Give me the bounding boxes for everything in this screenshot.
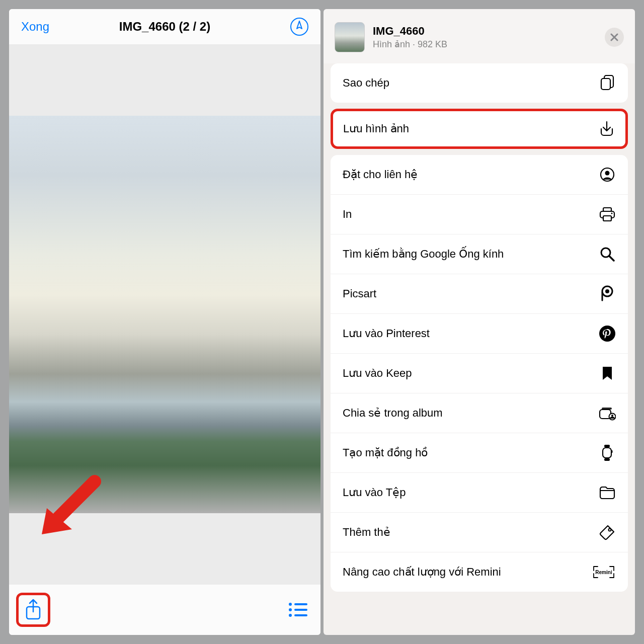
svg-point-3	[289, 608, 292, 611]
contact-icon	[599, 166, 616, 183]
copy-icon	[599, 74, 616, 92]
action-label: Tìm kiếm bằng Google Ống kính	[343, 248, 504, 261]
preview-title: IMG_4660 (2 / 2)	[9, 20, 320, 34]
share-sheet-pane: IMG_4660 Hình ảnh · 982 KB Sao chép Lưu …	[324, 9, 635, 635]
action-shared-album[interactable]: Chia sẻ trong album	[331, 393, 628, 433]
svg-point-16	[605, 289, 609, 293]
svg-point-1	[289, 603, 292, 606]
action-label: Chia sẻ trong album	[343, 407, 443, 420]
svg-rect-23	[604, 445, 610, 447]
close-button[interactable]	[605, 28, 624, 47]
svg-rect-7	[601, 78, 610, 90]
action-label: Lưu hình ảnh	[343, 122, 409, 135]
file-thumbnail	[335, 22, 365, 52]
bookmark-icon	[599, 365, 616, 382]
remini-icon: Remini	[592, 564, 616, 581]
action-assign-contact[interactable]: Đặt cho liên hệ	[331, 155, 628, 194]
file-meta: Hình ảnh · 982 KB	[373, 39, 447, 50]
action-label: Picsart	[343, 287, 376, 300]
download-icon	[598, 120, 615, 137]
svg-rect-12	[603, 216, 611, 221]
picsart-icon	[599, 285, 616, 302]
file-info: IMG_4660 Hình ảnh · 982 KB	[373, 25, 447, 50]
action-label: Thêm thẻ	[343, 526, 390, 539]
svg-point-9	[605, 171, 610, 176]
action-save-image[interactable]: Lưu hình ảnh	[333, 111, 625, 146]
action-label: Đặt cho liên hệ	[343, 168, 418, 181]
done-button[interactable]: Xong	[21, 20, 49, 34]
svg-rect-22	[603, 448, 611, 458]
action-watch-face[interactable]: Tạo mặt đồng hồ	[331, 433, 628, 472]
action-print[interactable]: In	[331, 194, 628, 234]
action-picsart[interactable]: Picsart	[331, 274, 628, 313]
action-remini[interactable]: Nâng cao chất lượng với Remini Remini	[331, 552, 628, 592]
svg-rect-19	[602, 408, 612, 410]
action-copy[interactable]: Sao chép	[331, 63, 628, 103]
action-keep[interactable]: Lưu vào Keep	[331, 353, 628, 393]
folder-icon	[599, 484, 616, 501]
action-label: Lưu vào Pinterest	[343, 327, 430, 340]
markup-icon	[295, 21, 304, 33]
svg-point-21	[611, 415, 613, 417]
list-icon	[288, 602, 307, 618]
svg-rect-25	[611, 450, 613, 453]
svg-rect-24	[604, 458, 610, 461]
action-label: Lưu vào Keep	[343, 367, 412, 380]
markup-button[interactable]	[290, 18, 308, 36]
svg-point-26	[609, 529, 611, 531]
photo-area[interactable]	[9, 44, 320, 585]
preview-toolbar	[9, 585, 320, 635]
action-group: Sao chép	[331, 63, 628, 103]
action-pinterest[interactable]: Lưu vào Pinterest	[331, 313, 628, 353]
svg-point-5	[289, 614, 292, 617]
preview-pane: Xong IMG_4660 (2 / 2)	[9, 9, 320, 635]
pinterest-icon	[599, 325, 616, 342]
svg-rect-2	[294, 603, 307, 605]
share-button[interactable]	[16, 593, 50, 627]
action-label: In	[343, 208, 352, 221]
photo-content	[9, 116, 320, 513]
tag-icon	[599, 524, 616, 541]
svg-point-13	[611, 213, 613, 214]
action-group: Đặt cho liên hệ In Tìm kiếm bằng Google …	[331, 155, 628, 592]
action-group-highlighted: Lưu hình ảnh	[331, 109, 628, 149]
preview-navbar: Xong IMG_4660 (2 / 2)	[9, 9, 320, 44]
action-label: Nâng cao chất lượng với Remini	[343, 566, 501, 579]
share-sheet-header: IMG_4660 Hình ảnh · 982 KB	[324, 9, 635, 63]
close-icon	[610, 33, 618, 41]
action-label: Sao chép	[343, 76, 389, 90]
search-icon	[599, 246, 616, 263]
svg-rect-6	[294, 614, 307, 616]
shared-album-icon	[599, 405, 616, 422]
action-google-lens[interactable]: Tìm kiếm bằng Google Ống kính	[331, 234, 628, 274]
svg-rect-4	[294, 609, 307, 611]
action-label: Lưu vào Tệp	[343, 486, 406, 499]
svg-point-17	[599, 326, 615, 342]
svg-text:Remini: Remini	[595, 570, 612, 575]
list-button[interactable]	[288, 602, 313, 618]
action-label: Tạo mặt đồng hồ	[343, 446, 428, 459]
share-icon	[25, 599, 42, 621]
action-add-tags[interactable]: Thêm thẻ	[331, 512, 628, 552]
action-save-files[interactable]: Lưu vào Tệp	[331, 472, 628, 512]
actions-list: Sao chép Lưu hình ảnh Đặt cho liên hệ	[324, 63, 635, 599]
watch-icon	[599, 444, 616, 461]
print-icon	[599, 206, 616, 223]
file-name: IMG_4660	[373, 25, 447, 38]
